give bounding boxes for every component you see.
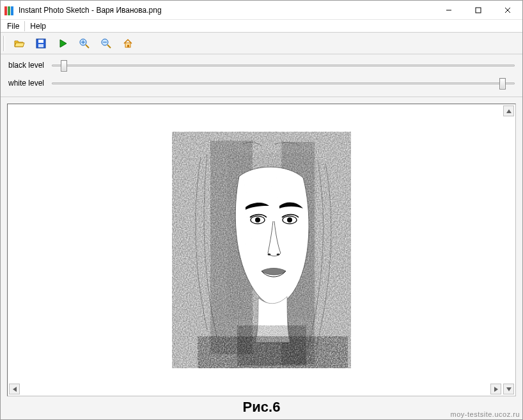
white-level-row: white level xyxy=(8,77,515,89)
svg-point-17 xyxy=(255,217,260,222)
canvas-area: Рис.6 xyxy=(1,97,522,419)
canvas[interactable] xyxy=(7,104,516,396)
black-level-thumb[interactable] xyxy=(61,60,67,72)
svg-point-21 xyxy=(277,253,280,255)
close-button[interactable] xyxy=(493,1,522,19)
svg-line-12 xyxy=(107,45,111,48)
window-controls xyxy=(434,1,522,19)
white-level-slider[interactable] xyxy=(52,77,515,89)
svg-rect-15 xyxy=(127,45,129,47)
black-level-slider[interactable] xyxy=(52,59,515,71)
svg-rect-6 xyxy=(38,44,43,47)
svg-point-27 xyxy=(243,329,252,338)
svg-point-20 xyxy=(268,253,271,255)
menubar: File Help xyxy=(1,20,522,33)
menu-help[interactable]: Help xyxy=(26,20,50,32)
zoom-in-button[interactable] xyxy=(77,36,92,51)
minimize-button[interactable] xyxy=(434,1,464,19)
window-title: Instant Photo Sketch - Варя Иванова.png xyxy=(19,6,162,15)
scroll-up-button[interactable] xyxy=(503,105,514,116)
save-button[interactable] xyxy=(33,36,49,51)
sketch-image xyxy=(172,132,351,368)
open-button[interactable] xyxy=(12,36,27,51)
menu-separator xyxy=(24,21,25,31)
svg-rect-1 xyxy=(476,8,481,13)
svg-line-8 xyxy=(86,45,89,48)
toolbar-separator xyxy=(3,36,5,51)
sliders-panel: black level white level xyxy=(1,54,522,97)
svg-rect-5 xyxy=(38,40,43,43)
black-level-label: black level xyxy=(8,61,47,70)
scroll-right-button[interactable] xyxy=(490,384,501,394)
caption-row: Рис.6 xyxy=(7,396,516,417)
scroll-left-button[interactable] xyxy=(9,384,20,394)
white-level-thumb[interactable] xyxy=(499,78,506,89)
menu-file[interactable]: File xyxy=(3,20,23,32)
zoom-out-button[interactable] xyxy=(98,36,114,51)
svg-point-19 xyxy=(287,217,292,222)
figure-caption: Рис.6 xyxy=(243,399,281,415)
play-button[interactable] xyxy=(55,36,70,51)
svg-point-28 xyxy=(292,332,301,341)
black-level-row: black level xyxy=(8,59,515,71)
maximize-button[interactable] xyxy=(464,1,493,19)
white-level-label: white level xyxy=(8,79,47,88)
toolbar xyxy=(1,33,522,54)
titlebar: Instant Photo Sketch - Варя Иванова.png xyxy=(1,1,522,20)
home-button[interactable] xyxy=(120,36,136,51)
watermark: moy-testsite.ucoz.ru xyxy=(451,410,520,418)
scroll-down-button[interactable] xyxy=(503,384,514,394)
app-icon xyxy=(4,5,15,15)
